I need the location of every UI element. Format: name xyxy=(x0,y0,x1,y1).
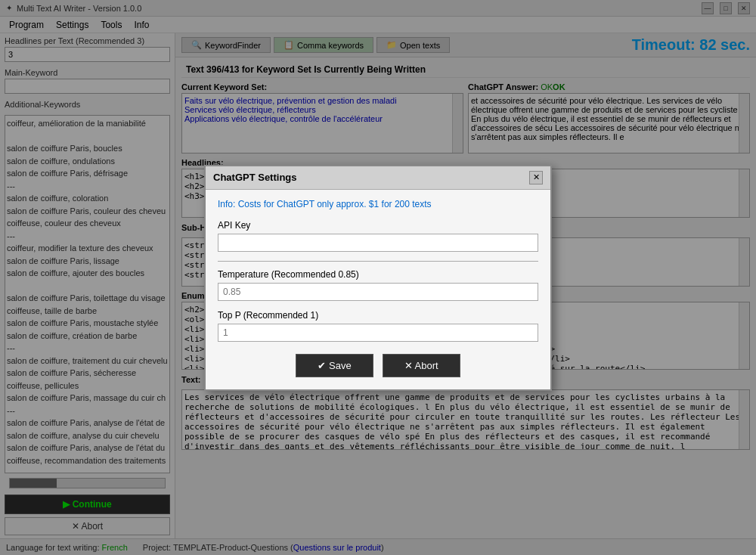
modal-save-button[interactable]: ✔ Save xyxy=(296,354,373,377)
modal-close-button[interactable]: ✕ xyxy=(529,171,543,184)
topp-field: Top P (Recommended 1) xyxy=(218,310,538,342)
topp-input[interactable] xyxy=(218,324,538,342)
modal-buttons: ✔ Save ✕ Abort xyxy=(218,354,538,380)
topp-label: Top P (Recommended 1) xyxy=(218,310,538,321)
modal-title-bar: ChatGPT Settings ✕ xyxy=(206,166,550,190)
divider xyxy=(218,261,538,262)
temperature-field: Temperature (Recommended 0.85) xyxy=(218,269,538,301)
temperature-label: Temperature (Recommended 0.85) xyxy=(218,269,538,280)
modal-title: ChatGPT Settings xyxy=(213,172,297,183)
modal-overlay: ChatGPT Settings ✕ Info: Costs for ChatG… xyxy=(0,0,756,555)
api-key-field: API Key xyxy=(218,220,538,252)
modal-info-text: Info: Costs for ChatGPT only approx. $1 … xyxy=(218,199,538,209)
api-key-label: API Key xyxy=(218,220,538,231)
chatgpt-settings-modal: ChatGPT Settings ✕ Info: Costs for ChatG… xyxy=(204,165,552,391)
api-key-input[interactable] xyxy=(218,234,538,252)
modal-abort-button[interactable]: ✕ Abort xyxy=(383,354,460,377)
temperature-input[interactable] xyxy=(218,283,538,301)
modal-body: Info: Costs for ChatGPT only approx. $1 … xyxy=(206,190,550,389)
